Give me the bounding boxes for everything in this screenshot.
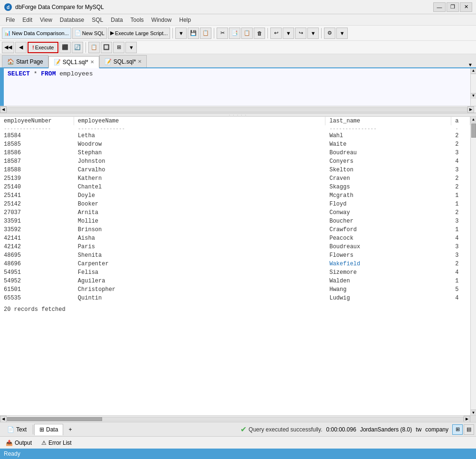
status-time: 0:00:00.096 <box>326 426 356 433</box>
cell-employee-number: 54951 <box>0 268 74 277</box>
sql-editor[interactable]: SELECT * FROM employees ▲ ▼ <box>0 68 476 106</box>
menu-view[interactable]: View <box>36 16 56 24</box>
settings-more[interactable]: ▼ <box>336 28 348 39</box>
cell-employee-name: Johnston <box>74 157 325 166</box>
menu-database[interactable]: Database <box>56 16 88 24</box>
data-tab-label: Data <box>46 426 58 433</box>
toolbar-separator-3 <box>267 28 268 38</box>
hscroll-right[interactable]: ▶ <box>467 106 474 113</box>
cell-last-name: Crawford <box>325 225 451 234</box>
tab-sql[interactable]: 📝 SQL.sql* ✕ <box>99 55 147 67</box>
undo-dropdown[interactable]: ▼ <box>283 28 294 39</box>
tab-overflow[interactable]: ▼ <box>466 62 474 67</box>
toolbar1: 📊 New Data Comparison... 📄 New SQL ▶ Exe… <box>0 26 476 41</box>
cell-a: 3 <box>451 166 470 174</box>
start-page-icon: 🏠 <box>7 58 14 65</box>
grid-view-button[interactable]: 📋 <box>88 42 100 53</box>
menu-window[interactable]: Window <box>148 16 176 24</box>
menu-help[interactable]: Help <box>175 16 195 24</box>
error-list-tab[interactable]: ⚠ Error List <box>38 439 76 447</box>
cell-last-name: Ludwig <box>325 294 451 302</box>
minimize-button[interactable]: — <box>433 2 446 12</box>
cell-last-name: Boucher <box>325 217 451 225</box>
menu-sql[interactable]: SQL <box>88 16 107 24</box>
cell-employee-name: Arnita <box>74 208 325 217</box>
close-button[interactable]: ✕ <box>460 2 472 12</box>
toolbar2-more[interactable]: ▼ <box>125 42 137 53</box>
cell-employee-name: Shenita <box>74 251 325 260</box>
save-button[interactable]: 💾 <box>188 28 199 39</box>
stop-button[interactable]: ⬛ <box>59 42 71 53</box>
sql-close[interactable]: ✕ <box>138 59 142 64</box>
new-data-comparison-button[interactable]: 📊 New Data Comparison... <box>2 28 71 39</box>
cell-a: 2 <box>451 174 470 183</box>
tab-add[interactable]: + <box>63 424 77 435</box>
results-scroll-up[interactable]: ▲ <box>471 117 476 122</box>
dropdown-btn-1[interactable]: ▼ <box>175 28 187 39</box>
results-hscroll-thumb[interactable] <box>7 417 102 421</box>
results-scroll-down[interactable]: ▼ <box>471 410 476 415</box>
copy-button[interactable]: 📑 <box>229 28 240 39</box>
results-hscroll-left[interactable]: ◀ <box>0 416 7 422</box>
more-tools-button[interactable]: ⊞ <box>113 42 124 53</box>
tab-text[interactable]: 📄 Text <box>2 424 32 435</box>
hscroll-left[interactable]: ◀ <box>0 106 7 113</box>
execute-button[interactable]: ! Execute <box>28 42 58 53</box>
status-user: JordanSanders (8.0) <box>360 426 412 433</box>
menu-file[interactable]: File <box>2 16 19 24</box>
results-hscroll-track[interactable] <box>7 417 464 422</box>
delete-button[interactable]: 🗑 <box>254 28 265 39</box>
editor-hscrollbar[interactable]: ◀ ▶ ⋮ <box>0 106 476 113</box>
tab-data[interactable]: ⊞ Data <box>34 424 63 435</box>
results-vscrollbar[interactable]: ▲ ▼ <box>470 117 476 415</box>
cell-employee-number: 18585 <box>0 140 74 149</box>
restore-button[interactable]: ❐ <box>447 2 459 12</box>
cut-button[interactable]: ✂ <box>217 28 228 39</box>
menu-edit[interactable]: Edit <box>19 16 36 24</box>
save-all-button[interactable]: 📋 <box>200 28 211 39</box>
cell-last-name: Mcgrath <box>325 191 451 200</box>
new-sql-button[interactable]: 📄 New SQL <box>72 28 107 39</box>
editor-scroll-up[interactable]: ▲ <box>471 68 476 74</box>
refresh-button[interactable]: 🔄 <box>72 42 83 53</box>
undo-button[interactable]: ↩ <box>270 28 282 39</box>
cell-a: 3 <box>451 251 470 260</box>
splitter-corner: ⋮ <box>474 107 476 112</box>
add-tab-icon: + <box>68 426 72 433</box>
hscroll-track[interactable] <box>7 107 467 112</box>
detail-view-btn[interactable]: ▤ <box>464 424 474 435</box>
sql-content[interactable]: SELECT * FROM employees <box>4 68 470 106</box>
editor-vscrollbar[interactable]: ▲ ▼ <box>470 68 476 106</box>
cell-a: 2 <box>451 183 470 191</box>
output-tab-icon: 📤 <box>6 440 13 446</box>
cell-employee-name: Letha <box>74 131 325 140</box>
cell-employee-number: 25142 <box>0 200 74 208</box>
results-scroll-thumb[interactable] <box>471 123 476 138</box>
open-in-editor-button[interactable]: 🔲 <box>101 42 112 53</box>
results-hscroll-right[interactable]: ▶ <box>464 416 470 422</box>
settings-button[interactable]: ⚙ <box>324 28 335 39</box>
divider-2: --------------- <box>74 125 325 131</box>
redo-button[interactable]: ↪ <box>295 28 306 39</box>
tab-start-page[interactable]: 🏠 Start Page <box>2 55 48 67</box>
editor-scroll-down[interactable]: ▼ <box>471 93 476 99</box>
status-bar-bottom: ✔ Query executed successfully. 0:00:00.0… <box>240 424 474 435</box>
splitter[interactable]: · · · · · <box>0 113 476 117</box>
tab-sql1[interactable]: 📝 SQL1.sql* ✕ <box>48 56 99 68</box>
paste-button[interactable]: 📋 <box>241 28 253 39</box>
cell-employee-name: Doyle <box>74 191 325 200</box>
first-record-button[interactable]: ◀◀ <box>2 42 14 53</box>
sql1-close[interactable]: ✕ <box>90 59 94 65</box>
cell-last-name: Sizemore <box>325 268 451 277</box>
menu-data[interactable]: Data <box>107 16 126 24</box>
menu-tools[interactable]: Tools <box>127 16 148 24</box>
grid-view-btn[interactable]: ⊞ <box>452 424 463 435</box>
table-row: 54951FelisaSizemore4 <box>0 268 470 277</box>
execute-large-script-button[interactable]: ▶ Execute Large Script... <box>108 28 170 39</box>
status-bar: Ready <box>0 449 476 459</box>
results-hscrollbar[interactable]: ◀ ▶ <box>0 415 476 422</box>
prev-record-button[interactable]: ◀ <box>15 42 27 53</box>
redo-dropdown[interactable]: ▼ <box>307 28 319 39</box>
line-indicator <box>0 68 4 106</box>
output-tab[interactable]: 📤 Output <box>2 439 36 447</box>
